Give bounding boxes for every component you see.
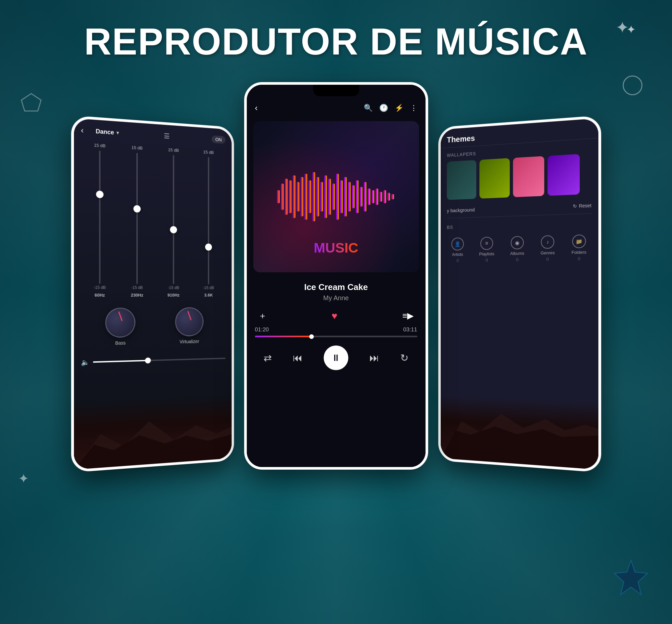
svg-rect-17 xyxy=(328,179,331,215)
svg-rect-22 xyxy=(348,182,351,211)
svg-rect-23 xyxy=(352,185,354,208)
svg-rect-11 xyxy=(305,174,307,220)
phones-container: ‹ Dance ▼ ☰ ON 15 dB -15 dB 60Hz 15 xyxy=(73,82,599,558)
bass-knob[interactable] xyxy=(105,307,135,338)
eq-slider-3k6hz: 15 dB -15 dB 3.6K xyxy=(203,150,214,297)
eq-back-button[interactable]: ‹ xyxy=(81,126,83,135)
wallpaper-4[interactable] xyxy=(547,154,580,196)
tabs-label: bs xyxy=(447,225,453,230)
wallpaper-3[interactable] xyxy=(513,156,544,197)
eq-bass-knob: Bass xyxy=(105,307,135,346)
waveform xyxy=(274,164,399,230)
shuffle-button[interactable]: ⇄ xyxy=(264,352,272,364)
eq-hz-4: 3.6K xyxy=(204,293,213,297)
eq-thumb-1[interactable] xyxy=(96,190,103,198)
album-art: MUSIC xyxy=(253,121,419,272)
svg-rect-18 xyxy=(332,184,335,210)
svg-rect-21 xyxy=(344,177,347,216)
eq-volume-bar: 🔈 xyxy=(74,349,232,372)
svg-rect-7 xyxy=(289,180,292,213)
phone-center: ‹ 🔍 🕐 ⚡ ⋮ xyxy=(244,82,428,470)
wallpaper-2[interactable] xyxy=(479,158,509,198)
page-title: REPRODUTOR DE MÚSICA xyxy=(0,20,672,63)
tab-genres[interactable]: ♪ Genres ⟨⟩ xyxy=(540,235,554,261)
albums-icon: ◉ xyxy=(511,236,524,249)
genres-tab-code: ⟨⟩ xyxy=(546,257,549,261)
reset-button[interactable]: ↻ Reset xyxy=(573,203,591,209)
history-icon[interactable]: 🕐 xyxy=(379,104,388,112)
repeat-button[interactable]: ↻ xyxy=(400,352,408,364)
player-back-button[interactable]: ‹ xyxy=(255,103,258,113)
tab-folders[interactable]: 📁 Folders ⟨⟩ xyxy=(571,234,586,261)
wallpaper-1[interactable] xyxy=(447,160,476,200)
eq-menu-icon[interactable]: ☰ xyxy=(164,132,170,140)
eq-db-top-1: 15 dB xyxy=(94,142,105,149)
folders-tab-label: Folders xyxy=(571,250,586,255)
prev-button[interactable]: ⏮ xyxy=(293,353,303,364)
svg-marker-1 xyxy=(615,560,648,594)
eq-db-bottom-2: -15 dB xyxy=(131,285,143,290)
progress-area: 01:20 03:11 xyxy=(247,327,426,337)
eq-on-badge[interactable]: ON xyxy=(211,135,225,144)
genres-icon: ♪ xyxy=(541,235,554,249)
volume-icon: 🔈 xyxy=(81,358,90,366)
volume-thumb[interactable] xyxy=(145,357,150,364)
eq-db-bottom-3: -15 dB xyxy=(168,285,179,290)
eq-sliders-area: 15 dB -15 dB 60Hz 15 dB -15 dB 230Hz xyxy=(74,138,232,301)
volume-track[interactable] xyxy=(93,358,225,363)
more-icon[interactable]: ⋮ xyxy=(410,104,417,112)
eq-hz-1: 60Hz xyxy=(94,293,105,297)
play-pause-button[interactable]: ⏸ xyxy=(324,345,348,370)
virtualizer-label: Virtualizer xyxy=(179,339,199,344)
eq-track-2[interactable] xyxy=(136,153,138,284)
tab-playlists[interactable]: ≡ Playlists ⟨⟩ xyxy=(479,237,494,262)
add-button[interactable]: ＋ xyxy=(258,310,267,321)
svg-rect-16 xyxy=(324,175,327,218)
svg-rect-12 xyxy=(308,180,311,213)
next-button[interactable]: ⏭ xyxy=(369,353,379,364)
playlists-tab-label: Playlists xyxy=(479,251,494,257)
svg-rect-4 xyxy=(277,190,280,203)
eq-db-bottom-4: -15 dB xyxy=(203,286,214,290)
eq-thumb-4[interactable] xyxy=(205,244,212,251)
svg-rect-6 xyxy=(285,179,288,215)
wallpapers-section: Wallapers xyxy=(441,138,598,205)
tab-albums[interactable]: ◉ Albums ⟨⟩ xyxy=(510,236,524,262)
wallpapers-row xyxy=(447,153,591,200)
eq-db-top-3: 15 dB xyxy=(168,147,179,153)
tabs-icons-row: 👤 Artists ⟨⟩ ≡ Playlists ⟨⟩ ◉ Albums ⟨⟩ … xyxy=(441,231,598,263)
progress-fill xyxy=(255,336,312,337)
eq-knobs-area: Bass Virtualizer xyxy=(74,301,232,354)
time-total: 03:11 xyxy=(403,327,417,333)
progress-thumb[interactable] xyxy=(309,334,314,339)
circle-decoration xyxy=(623,76,642,95)
eq-track-4[interactable] xyxy=(208,157,209,284)
progress-bar[interactable] xyxy=(255,336,417,337)
eq-virtualizer-knob: Virtualizer xyxy=(175,307,203,344)
settings-mountain-svg xyxy=(441,395,598,470)
tab-artists[interactable]: 👤 Artists ⟨⟩ xyxy=(451,237,464,263)
virtualizer-knob[interactable] xyxy=(175,307,203,337)
waveform-svg xyxy=(274,164,399,230)
eq-hz-3: 910Hz xyxy=(167,293,179,297)
player-header-icons: 🔍 🕐 ⚡ ⋮ xyxy=(364,104,417,112)
search-icon[interactable]: 🔍 xyxy=(364,104,373,112)
eq-slider-230hz: 15 dB -15 dB 230Hz xyxy=(131,145,143,297)
eq-track-1[interactable] xyxy=(99,151,100,284)
equalizer-icon[interactable]: ⚡ xyxy=(395,104,403,112)
artists-tab-label: Artists xyxy=(452,252,463,257)
eq-thumb-3[interactable] xyxy=(170,226,177,233)
eq-track-3[interactable] xyxy=(173,155,174,284)
queue-button[interactable]: ≡▶ xyxy=(402,311,414,321)
time-current: 01:20 xyxy=(255,327,269,333)
eq-db-top-4: 15 dB xyxy=(203,150,214,155)
albums-tab-code: ⟨⟩ xyxy=(516,258,518,262)
phone-right: Themes Wallapers y background ↻ Reset xyxy=(438,115,601,473)
svg-rect-31 xyxy=(383,190,386,203)
svg-rect-9 xyxy=(297,182,299,211)
like-button[interactable]: ♥ xyxy=(331,310,338,321)
volume-fill xyxy=(93,360,148,363)
genres-tab-label: Genres xyxy=(540,250,554,256)
eq-thumb-2[interactable] xyxy=(133,205,140,213)
song-title: Ice Cream Cake xyxy=(253,282,419,292)
